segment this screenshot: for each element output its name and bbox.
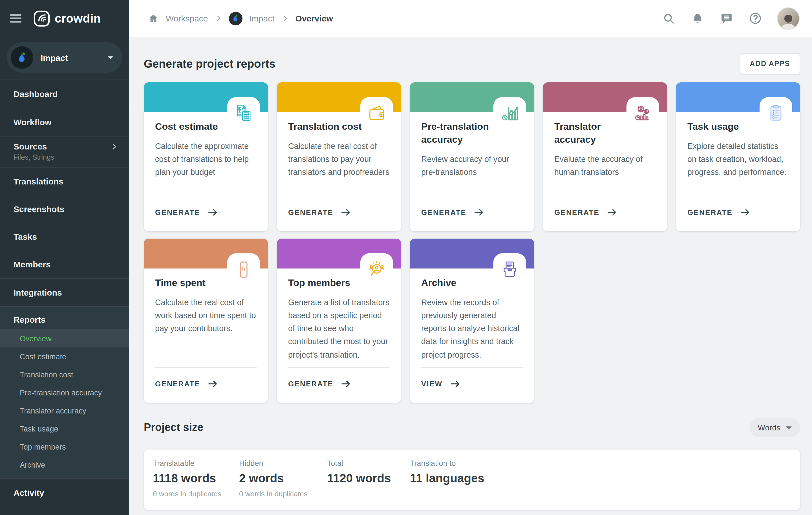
card-footer: GENERATE bbox=[554, 196, 656, 231]
card-title: Archive bbox=[421, 277, 496, 290]
chat-icon[interactable] bbox=[720, 11, 733, 25]
arrow-right-icon bbox=[740, 208, 751, 217]
sidebar-item-tasks[interactable]: Tasks bbox=[0, 223, 129, 251]
breadcrumb-project-avatar-icon bbox=[229, 11, 242, 25]
stat-total: Total 1120 words bbox=[327, 459, 410, 498]
stat-label: Translation to bbox=[410, 459, 484, 468]
sidebar-item-activity[interactable]: Activity bbox=[0, 479, 129, 507]
sidebar: crowdin Impact Dashboard Workflow Source… bbox=[0, 0, 129, 515]
breadcrumb-page[interactable]: Overview bbox=[295, 13, 333, 23]
card-description: Review the records of previously generat… bbox=[421, 296, 523, 362]
sidebar-item-workflow[interactable]: Workflow bbox=[0, 108, 129, 136]
sidebar-item-members[interactable]: Members bbox=[0, 251, 129, 278]
generate-link[interactable]: GENERATE bbox=[554, 208, 617, 217]
menu-hamburger-icon[interactable] bbox=[10, 14, 22, 23]
stat-note: 0 words in duplicates bbox=[239, 490, 327, 498]
arrow-right-icon bbox=[207, 208, 218, 217]
sidebar-reports-task-usage[interactable]: Task usage bbox=[0, 420, 129, 438]
sidebar-reports-cost-estimate[interactable]: Cost estimate bbox=[0, 347, 129, 366]
arrow-right-icon bbox=[207, 380, 218, 388]
stat-value: 1120 words bbox=[327, 471, 410, 485]
card-description: Calculate the approximate cost of transl… bbox=[155, 140, 257, 179]
home-icon[interactable] bbox=[148, 13, 159, 24]
generate-link[interactable]: GENERATE bbox=[421, 208, 484, 217]
card-title: Cost estimate bbox=[155, 121, 230, 134]
stat-hidden: Hidden 2 words 0 words in duplicates bbox=[239, 459, 327, 498]
sidebar-item-sources-subtitle: Files, Strings bbox=[13, 153, 118, 161]
sidebar-reports-translation-cost[interactable]: Translation cost bbox=[0, 366, 129, 383]
bell-icon[interactable] bbox=[691, 11, 704, 25]
member-search-icon bbox=[360, 253, 393, 286]
sidebar-item-dashboard[interactable]: Dashboard bbox=[0, 80, 129, 108]
breadcrumb-project[interactable]: Impact bbox=[249, 13, 274, 23]
card-title: Top members bbox=[288, 277, 362, 290]
generate-link[interactable]: GENERATE bbox=[687, 208, 751, 217]
main-content: Generate project reports ADD APPS bbox=[129, 37, 812, 515]
card-cost-estimate: Cost estimate Calculate the approximate … bbox=[144, 82, 268, 231]
card-footer: VIEW bbox=[421, 367, 523, 403]
stat-translatable: Translatable 1118 words 0 words in dupli… bbox=[153, 459, 239, 498]
wallet-icon bbox=[360, 97, 393, 130]
card-time-spent: Time spent Calculate the real cost of wo… bbox=[144, 238, 268, 403]
card-top-members: Top members Generate a list of translato… bbox=[277, 238, 401, 403]
generate-link[interactable]: GENERATE bbox=[288, 208, 351, 217]
card-title: Pre-translation accuracy bbox=[421, 121, 496, 147]
sidebar-reports-overview[interactable]: Overview bbox=[0, 330, 129, 347]
search-icon[interactable] bbox=[662, 11, 675, 25]
generate-label: GENERATE bbox=[288, 380, 333, 388]
card-translation-cost: Translation cost Calculate the real cost… bbox=[277, 82, 401, 231]
card-title: Time spent bbox=[155, 277, 230, 290]
card-description: Calculate the real cost of work based on… bbox=[155, 296, 257, 335]
generate-link[interactable]: GENERATE bbox=[155, 380, 218, 388]
project-name: Impact bbox=[40, 53, 108, 62]
sidebar-reports-top-members[interactable]: Top members bbox=[0, 438, 129, 456]
card-footer: GENERATE bbox=[155, 367, 257, 403]
chevron-right-icon bbox=[111, 143, 118, 150]
clipboard-checklist-icon bbox=[759, 97, 792, 130]
card-title: Translation cost bbox=[288, 121, 362, 134]
stat-value: 2 words bbox=[239, 471, 327, 485]
card-footer: GENERATE bbox=[421, 196, 523, 231]
sidebar-item-sources[interactable]: Sources Files, Strings bbox=[0, 137, 129, 167]
project-size-stats: Translatable 1118 words 0 words in dupli… bbox=[144, 450, 800, 510]
generate-link[interactable]: GENERATE bbox=[155, 208, 218, 217]
breadcrumb-workspace[interactable]: Workspace bbox=[166, 13, 208, 23]
people-stats-icon bbox=[627, 97, 659, 130]
sidebar-reports-pre-translation-accuracy[interactable]: Pre-translation accuracy bbox=[0, 383, 129, 402]
sidebar-item-integrations[interactable]: Integrations bbox=[0, 279, 129, 306]
user-avatar[interactable] bbox=[777, 7, 800, 30]
generate-label: GENERATE bbox=[687, 208, 732, 217]
page-title: Generate project reports bbox=[144, 57, 276, 70]
topbar-actions bbox=[662, 7, 800, 30]
sidebar-reports-archive[interactable]: Archive bbox=[0, 456, 129, 474]
view-link[interactable]: VIEW bbox=[421, 380, 460, 388]
card-task-usage: Task usage Explore detailed statistics o… bbox=[676, 82, 800, 231]
card-translator-accuracy: Translator accuracy Evaluate the accurac… bbox=[543, 82, 667, 231]
card-footer: GENERATE bbox=[687, 196, 789, 231]
project-size-title: Project size bbox=[144, 421, 203, 434]
stat-label: Translatable bbox=[153, 459, 239, 468]
chevron-right-icon bbox=[281, 15, 289, 22]
project-selector[interactable]: Impact bbox=[7, 42, 122, 73]
units-dropdown[interactable]: Words bbox=[749, 418, 800, 437]
crowdin-logo-icon[interactable] bbox=[33, 10, 50, 27]
sidebar-item-screenshots[interactable]: Screenshots bbox=[0, 195, 129, 223]
chevron-right-icon bbox=[215, 15, 222, 22]
sidebar-item-translations[interactable]: Translations bbox=[0, 168, 129, 195]
invoice-calculator-icon bbox=[227, 97, 260, 130]
report-cards-grid: Cost estimate Calculate the approximate … bbox=[144, 82, 800, 403]
add-apps-button[interactable]: ADD APPS bbox=[740, 53, 800, 75]
help-icon[interactable] bbox=[748, 11, 762, 25]
app-window: crowdin Impact Dashboard Workflow Source… bbox=[0, 0, 812, 515]
stat-note: 0 words in duplicates bbox=[153, 490, 239, 498]
crowdin-logo-text[interactable]: crowdin bbox=[55, 11, 101, 25]
sidebar-item-reports[interactable]: Reports bbox=[0, 307, 129, 330]
breadcrumb: Workspace Impact Overview bbox=[148, 11, 333, 25]
stat-value: 1118 words bbox=[153, 471, 239, 485]
view-label: VIEW bbox=[421, 380, 442, 388]
units-dropdown-value: Words bbox=[758, 423, 780, 432]
arrow-right-icon bbox=[607, 208, 617, 217]
generate-link[interactable]: GENERATE bbox=[288, 380, 351, 388]
sidebar-reports-translator-accuracy[interactable]: Translator accuracy bbox=[0, 402, 129, 420]
sidebar-logo-row: crowdin bbox=[0, 0, 129, 37]
